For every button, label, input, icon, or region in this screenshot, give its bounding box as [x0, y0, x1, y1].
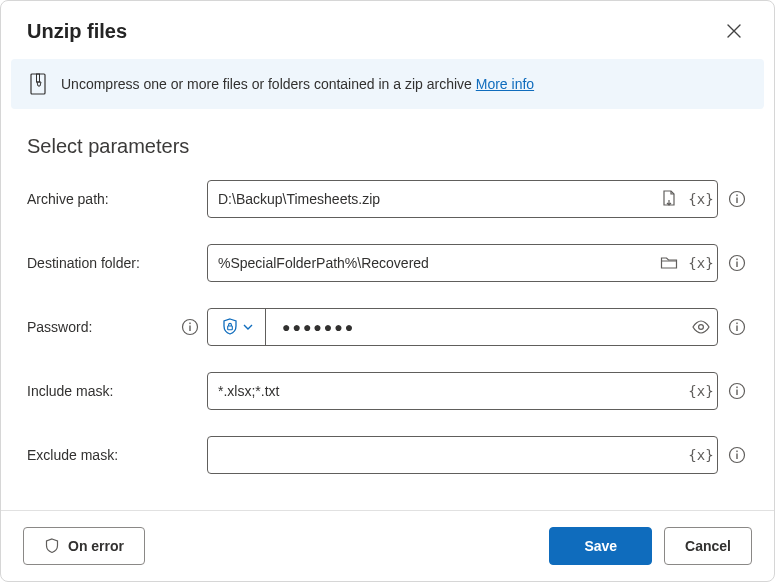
destination-input[interactable] [208, 245, 653, 281]
archive-path-field: {x} [207, 180, 718, 218]
password-mode-dropdown[interactable] [208, 309, 266, 345]
password-mode-help[interactable] [179, 316, 201, 338]
svg-rect-14 [736, 326, 737, 332]
banner-text: Uncompress one or more files or folders … [61, 76, 534, 92]
title-bar: Unzip files [1, 1, 774, 59]
info-banner: Uncompress one or more files or folders … [11, 59, 764, 109]
cancel-label: Cancel [685, 538, 731, 554]
variable-picker-button[interactable]: {x} [685, 255, 717, 271]
svg-rect-18 [736, 387, 737, 389]
exclude-mask-help[interactable] [726, 444, 748, 466]
zip-icon [29, 73, 49, 95]
file-picker-button[interactable] [653, 190, 685, 208]
dialog-footer: On error Save Cancel [1, 510, 774, 581]
archive-path-label: Archive path: [27, 191, 109, 207]
password-help[interactable] [726, 316, 748, 338]
more-info-link[interactable]: More info [476, 76, 534, 92]
exclude-mask-label: Exclude mask: [27, 447, 118, 463]
exclude-mask-input[interactable] [208, 437, 685, 473]
save-label: Save [584, 538, 617, 554]
footer-actions: Save Cancel [549, 527, 752, 565]
file-icon [660, 190, 678, 208]
on-error-label: On error [68, 538, 124, 554]
svg-rect-17 [736, 390, 737, 396]
include-mask-input[interactable] [208, 373, 685, 409]
dialog-title: Unzip files [27, 20, 127, 43]
destination-label: Destination folder: [27, 255, 140, 271]
save-button[interactable]: Save [549, 527, 652, 565]
variable-picker-button[interactable]: {x} [685, 191, 717, 207]
svg-rect-15 [736, 323, 737, 325]
svg-rect-3 [736, 198, 737, 204]
svg-rect-4 [736, 195, 737, 197]
on-error-button[interactable]: On error [23, 527, 145, 565]
row-exclude-mask: Exclude mask: {x} [27, 436, 748, 474]
svg-rect-7 [736, 259, 737, 261]
svg-rect-10 [189, 323, 190, 325]
row-destination: Destination folder: {x} [27, 244, 748, 282]
dialog-body: Select parameters Archive path: {x} [1, 115, 774, 510]
chevron-down-icon [243, 322, 253, 332]
close-icon [727, 24, 741, 38]
eye-icon [691, 317, 711, 337]
variable-picker-button[interactable]: {x} [685, 383, 717, 399]
row-include-mask: Include mask: {x} [27, 372, 748, 410]
info-icon [728, 382, 746, 400]
shield-icon [44, 538, 60, 554]
include-mask-help[interactable] [726, 380, 748, 402]
archive-path-help[interactable] [726, 188, 748, 210]
svg-rect-1 [37, 74, 40, 82]
cancel-button[interactable]: Cancel [664, 527, 752, 565]
row-archive-path: Archive path: {x} [27, 180, 748, 218]
row-password: Password: [27, 308, 748, 346]
info-icon [728, 254, 746, 272]
exclude-mask-field: {x} [207, 436, 718, 474]
close-button[interactable] [718, 15, 750, 47]
svg-rect-11 [227, 326, 232, 330]
svg-rect-6 [736, 262, 737, 268]
password-field [207, 308, 718, 346]
svg-rect-20 [736, 454, 737, 460]
info-icon [728, 318, 746, 336]
banner-message: Uncompress one or more files or folders … [61, 76, 476, 92]
include-mask-label: Include mask: [27, 383, 113, 399]
destination-field: {x} [207, 244, 718, 282]
destination-help[interactable] [726, 252, 748, 274]
folder-picker-button[interactable] [653, 254, 685, 272]
svg-rect-21 [736, 451, 737, 453]
password-label: Password: [27, 319, 92, 335]
include-mask-field: {x} [207, 372, 718, 410]
info-icon [728, 190, 746, 208]
variable-picker-button[interactable]: {x} [685, 447, 717, 463]
unzip-dialog: Unzip files Uncompress one or more files… [0, 0, 775, 582]
archive-path-input[interactable] [208, 181, 653, 217]
reveal-password-button[interactable] [685, 317, 717, 337]
section-title: Select parameters [27, 135, 748, 158]
svg-point-12 [699, 325, 704, 330]
folder-icon [660, 254, 678, 272]
password-input[interactable] [266, 309, 685, 345]
info-icon [728, 446, 746, 464]
svg-rect-9 [189, 326, 190, 332]
info-icon [181, 318, 199, 336]
shield-lock-icon [221, 318, 239, 336]
